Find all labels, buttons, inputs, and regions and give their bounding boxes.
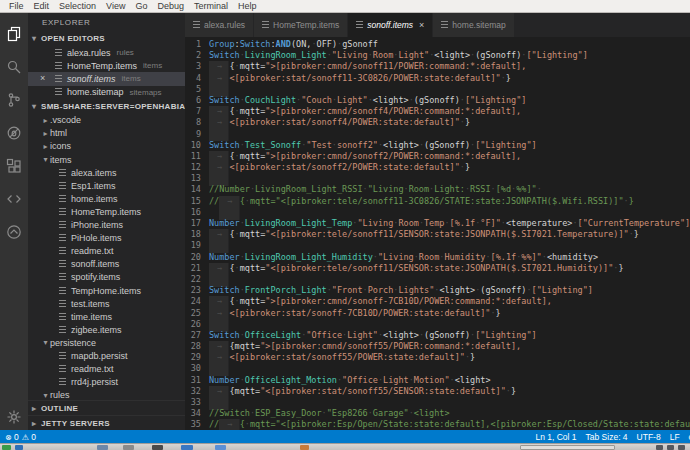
code-line[interactable]: 34//Switch·ESP_Easy_Door·"Esp8266·Garage… xyxy=(185,408,690,419)
code-editor[interactable]: 1Group:Switch:AND(ON,·OFF)·gSonoff2Switc… xyxy=(185,37,690,430)
tree-file[interactable]: PiHole.items xyxy=(28,232,185,245)
outline-section-header[interactable]: ▸OUTLINE xyxy=(28,400,185,415)
explorer-icon[interactable] xyxy=(0,17,28,50)
search-icon[interactable] xyxy=(0,50,28,83)
tree-folder[interactable]: ▸icons xyxy=(28,140,185,153)
code-line[interactable]: 1Group:Switch:AND(ON,·OFF)·gSonoff xyxy=(185,39,690,50)
code-line[interactable]: 6Switch·CouchLight·"Couch·Light"·<light>… xyxy=(185,95,690,106)
openhab-icon[interactable] xyxy=(0,215,28,248)
open-editor-item[interactable]: home.sitemapsitemaps xyxy=(28,86,185,99)
editor-tab[interactable]: sonoff.items× xyxy=(348,13,433,37)
editor-tab[interactable]: HomeTemp.items xyxy=(254,13,348,37)
close-icon[interactable]: × xyxy=(40,72,45,85)
code-line[interactable]: 31Number·OfficeLight_Motion·"Office·Ligh… xyxy=(185,375,690,386)
code-line[interactable]: 26 xyxy=(185,319,690,330)
code-line[interactable]: 22 xyxy=(185,274,690,285)
code-tools-icon[interactable] xyxy=(0,182,28,215)
tree-file[interactable]: test.items xyxy=(28,297,185,310)
code-line[interactable]: 8→<[pibroker:stat/sonoff4/POWER:state:de… xyxy=(185,117,690,128)
code-line[interactable]: 23Switch·FrontPorch_Light·"Front·Porch·L… xyxy=(185,285,690,296)
code-line[interactable]: 20Number·LivingRoom_Light_Humidity·"Livi… xyxy=(185,252,690,263)
tree-folder[interactable]: ▾persistence xyxy=(28,336,185,349)
folder-section-header[interactable]: ▾SMB-SHARE:SERVER=OPENHABIANPI,S... xyxy=(28,99,185,114)
taskbar-tray-icon[interactable] xyxy=(656,445,663,450)
tree-file[interactable]: spotify.items xyxy=(28,271,185,284)
tree-file[interactable]: alexa.items xyxy=(28,166,185,179)
code-line[interactable]: 18→{·mqtt="<[pibroker:tele/sonoff11/SENS… xyxy=(185,229,690,240)
taskbar-app-icon[interactable] xyxy=(181,445,193,450)
taskbar-app-icon[interactable] xyxy=(123,445,134,450)
menu-item-help[interactable]: Help xyxy=(233,1,262,11)
code-line[interactable]: 7→{·mqtt=">[pibroker:cmnd/sonoff4/POWER:… xyxy=(185,106,690,117)
open-editors-header[interactable]: ▾OPEN EDITORS xyxy=(28,31,185,46)
taskbar-tray-icon[interactable] xyxy=(667,445,674,450)
status-item[interactable]: UTF-8 xyxy=(637,432,661,442)
tree-folder[interactable]: ▾rules xyxy=(28,389,185,400)
source-control-icon[interactable] xyxy=(0,83,28,116)
code-line[interactable]: 24→{·mqtt=">[pibroker:cmnd/sonoff-7CB10D… xyxy=(185,296,690,307)
tree-file[interactable]: Esp1.items xyxy=(28,179,185,192)
menu-item-file[interactable]: File xyxy=(4,1,29,11)
code-line[interactable]: 32→{mqtt="<[pibroker:stat/sonoff55/SENSO… xyxy=(185,386,690,397)
open-editor-item[interactable]: alexa.rulesrules xyxy=(28,46,185,59)
menu-item-edit[interactable]: Edit xyxy=(29,1,55,11)
taskbar-app-icon[interactable] xyxy=(2,445,11,450)
tree-file[interactable]: readme.txt xyxy=(28,245,185,258)
code-line[interactable]: 35//→{·mqtt="<[pibroker:Esp/Open/State:s… xyxy=(185,419,690,430)
code-line[interactable]: 25→<[pibroker:stat/sonoff-7CB10D/POWER:s… xyxy=(185,308,690,319)
code-line[interactable]: 15//→{·mqtt="<[pibroker:tele/sonoff11-3C… xyxy=(185,196,690,207)
tree-file[interactable]: readme.txt xyxy=(28,363,185,376)
tree-file[interactable]: time.items xyxy=(28,310,185,323)
code-line[interactable]: 28→{mqtt=">[pibroker:cmnd/sonoff55/POWER… xyxy=(185,341,690,352)
code-line[interactable]: 4→<[pibroker:stat/sonoff11-3C0826/POWER:… xyxy=(185,73,690,84)
tree-folder[interactable]: ▾items xyxy=(28,153,185,166)
error-count[interactable]: ⊗ 0 xyxy=(5,432,19,442)
code-line[interactable]: 5 xyxy=(185,84,690,95)
tree-folder[interactable]: ▸.vscode xyxy=(28,114,185,127)
tree-file[interactable]: iPhone.items xyxy=(28,219,185,232)
code-line[interactable]: 2Switch·LivingRoom_Light·"Living·Room·Li… xyxy=(185,50,690,61)
code-line[interactable]: 9 xyxy=(185,129,690,140)
code-line[interactable]: 33 xyxy=(185,397,690,408)
code-line[interactable]: 17Number·LivingRoom_Light_Temp·"Living·R… xyxy=(185,218,690,229)
menu-item-go[interactable]: Go xyxy=(130,1,152,11)
code-line[interactable]: 11→{·mqtt=">[pibroker:cmnd/sonoff2/POWER… xyxy=(185,151,690,162)
tree-file[interactable]: sonoff.items xyxy=(28,258,185,271)
taskbar-active-window-button[interactable] xyxy=(520,445,615,450)
tree-file[interactable]: zigbee.items xyxy=(28,323,185,336)
tree-folder[interactable]: ▸html xyxy=(28,127,185,140)
menu-item-debug[interactable]: Debug xyxy=(152,1,189,11)
code-line[interactable]: 10Switch·Test_Sonoff·"Test·sonoff2"·<lig… xyxy=(185,140,690,151)
code-line[interactable]: 29→<[pibroker:stat/sonoff55/POWER:state:… xyxy=(185,352,690,363)
extensions-icon[interactable] xyxy=(0,149,28,182)
taskbar-app-icon[interactable] xyxy=(215,445,226,450)
open-editor-item[interactable]: HomeTemp.itemsitems xyxy=(28,59,185,72)
tree-file[interactable]: TempHome.items xyxy=(28,284,185,297)
code-line[interactable]: 21→{·mqtt="<[pibroker:tele/sonoff11/SENS… xyxy=(185,263,690,274)
editor-tab[interactable]: home.sitemap xyxy=(433,13,514,37)
status-item[interactable]: Tab Size: 4 xyxy=(586,432,628,442)
tree-file[interactable]: home.items xyxy=(28,192,185,205)
menu-item-terminal[interactable]: Terminal xyxy=(189,1,233,11)
tree-file[interactable]: HomeTemp.items xyxy=(28,205,185,218)
code-line[interactable]: 16 xyxy=(185,207,690,218)
close-icon[interactable]: × xyxy=(419,20,424,30)
jetty-servers-section-header[interactable]: ▸JETTY SERVERS xyxy=(28,415,185,430)
code-line[interactable]: 27Switch·OfficeLight·"Office·Light"·<lig… xyxy=(185,330,690,341)
tree-file[interactable]: mapdb.persist xyxy=(28,349,185,362)
taskbar-app-icon[interactable] xyxy=(15,445,23,450)
code-line[interactable]: 19 xyxy=(185,240,690,251)
taskbar-app-icon[interactable] xyxy=(300,445,309,450)
tree-file[interactable]: rrd4j.persist xyxy=(28,376,185,389)
debug-icon[interactable] xyxy=(0,116,28,149)
editor-tab[interactable]: alexa.rules xyxy=(185,13,254,37)
code-line[interactable]: 3→{·mqtt=">[pibroker:cmnd/sonoff11/POWER… xyxy=(185,61,690,72)
settings-gear-icon[interactable] xyxy=(0,404,28,430)
warning-count[interactable]: ⚠ 0 xyxy=(22,432,36,442)
menu-item-selection[interactable]: Selection xyxy=(54,1,101,11)
code-line[interactable]: 12→<[pibroker:stat/sonoff2/POWER:state:d… xyxy=(185,162,690,173)
code-line[interactable]: 13 xyxy=(185,173,690,184)
code-line[interactable]: 14//Number·LivingRoom_Light_RSSI·"Living… xyxy=(185,184,690,195)
status-item[interactable]: Ln 1, Col 1 xyxy=(535,432,576,442)
status-item[interactable]: LF xyxy=(670,432,680,442)
